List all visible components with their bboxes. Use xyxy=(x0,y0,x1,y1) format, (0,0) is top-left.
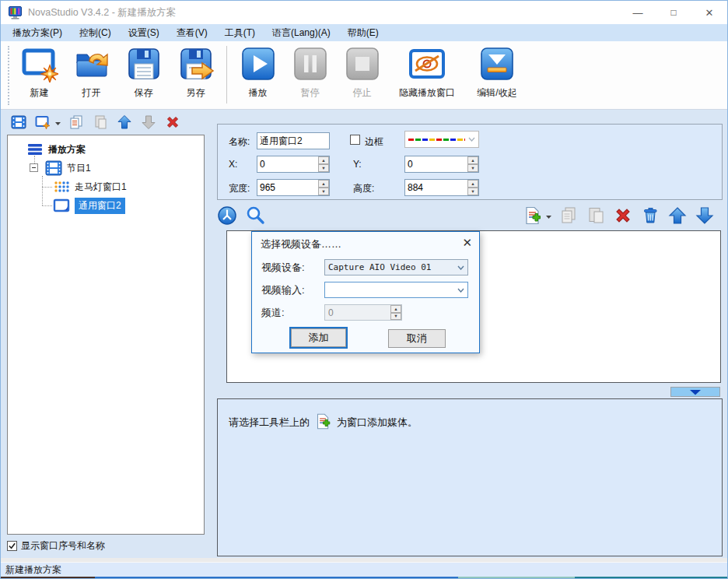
collapse-arrow-icon xyxy=(689,389,702,395)
program-film-icon xyxy=(45,160,62,176)
play-icon xyxy=(240,45,277,85)
y-spinfield: ▲▼ xyxy=(404,156,479,173)
move-up-icon[interactable] xyxy=(116,114,133,131)
new-button[interactable]: 新建 xyxy=(13,44,65,106)
save-button[interactable]: 保存 xyxy=(117,44,170,106)
new-window-icon[interactable] xyxy=(34,114,51,131)
video-device-value: Capture AIO Video 01 xyxy=(328,262,457,272)
add-media-dropdown-icon[interactable] xyxy=(546,210,551,221)
pause-button-label: 暂停 xyxy=(301,86,320,100)
delete-icon[interactable] xyxy=(164,114,181,131)
video-input-select[interactable] xyxy=(324,282,468,298)
preview-magnifier-icon[interactable] xyxy=(244,205,265,226)
marquee-dots-icon xyxy=(53,179,70,195)
media-move-down-icon[interactable] xyxy=(694,205,715,226)
close-icon[interactable]: ✕ xyxy=(691,1,727,24)
play-button[interactable]: 播放 xyxy=(232,44,284,106)
menu-view[interactable]: 查看(V) xyxy=(168,25,216,41)
chevron-down-icon xyxy=(457,288,464,293)
y-label: Y: xyxy=(353,159,362,170)
height-label: 高度: xyxy=(353,182,374,195)
new-program-icon[interactable] xyxy=(10,114,27,131)
x-label: X: xyxy=(229,159,237,170)
save-as-button[interactable]: 另存 xyxy=(170,44,222,106)
menu-help[interactable]: 帮助(E) xyxy=(339,25,387,41)
new-button-label: 新建 xyxy=(30,86,49,100)
y-spinner[interactable]: ▲▼ xyxy=(467,156,478,172)
tree-marquee-label: 走马灯窗口1 xyxy=(75,181,127,194)
pause-icon xyxy=(292,45,329,85)
toolbar-gripper xyxy=(8,46,9,105)
open-folder-icon xyxy=(73,45,110,85)
media-move-up-icon[interactable] xyxy=(667,205,688,226)
menu-language[interactable]: 语言(Lang)(A) xyxy=(264,25,339,41)
menu-bar: 播放方案(P) 控制(C) 设置(S) 查看(V) 工具(T) 语言(Lang)… xyxy=(1,24,727,41)
status-text: 新建播放方案 xyxy=(5,563,61,577)
menu-playback-scheme[interactable]: 播放方案(P) xyxy=(4,25,71,41)
height-spinner[interactable]: ▲▼ xyxy=(467,180,478,195)
scheme-tree: 播放方案 节目1 走马灯窗口1 xyxy=(7,135,205,535)
generic-window-icon xyxy=(53,198,70,213)
tree-connector xyxy=(42,187,52,188)
chevron-down-icon xyxy=(468,137,475,142)
cancel-button[interactable]: 取消 xyxy=(388,329,446,348)
collapse-expander-icon[interactable] xyxy=(30,163,38,172)
media-toolbar-right xyxy=(522,205,715,226)
hidden-eye-icon xyxy=(408,45,446,85)
timing-clock-icon[interactable] xyxy=(216,205,237,226)
splitter-collapse-handle[interactable] xyxy=(670,387,720,397)
tree-program-label: 节目1 xyxy=(67,162,91,175)
border-label: 边框 xyxy=(365,135,383,149)
tree-item-scheme-root[interactable]: 播放方案 xyxy=(26,140,86,159)
show-window-numbers-checkbox[interactable] xyxy=(7,541,17,551)
hint-text-before: 请选择工具栏上的 xyxy=(229,416,310,430)
channel-spinner[interactable]: ▲▼ xyxy=(390,305,401,320)
border-checkbox[interactable] xyxy=(350,135,360,145)
copy-media-icon-disabled[interactable] xyxy=(558,205,579,226)
new-window-dropdown-icon[interactable] xyxy=(55,117,61,128)
add-button[interactable]: 添加 xyxy=(291,328,346,347)
window-properties-panel: 名称: 边框 X: ▲▼ Y: ▲▼ 宽度: ▲▼ 高度: ▲▼ xyxy=(217,124,723,200)
minimize-icon[interactable]: — xyxy=(620,1,656,24)
save-floppy-icon xyxy=(125,45,163,85)
copy-icon[interactable] xyxy=(68,114,85,131)
clear-trash-icon[interactable] xyxy=(639,205,660,226)
tree-item-program1[interactable]: 节目1 xyxy=(45,159,91,177)
move-down-icon-disabled[interactable] xyxy=(140,114,157,131)
tree-item-marquee-window[interactable]: 走马灯窗口1 xyxy=(53,177,127,196)
paste-icon-disabled[interactable] xyxy=(92,114,109,131)
pause-button[interactable]: 暂停 xyxy=(284,44,336,106)
open-button[interactable]: 打开 xyxy=(65,44,117,106)
menu-control[interactable]: 控制(C) xyxy=(71,25,120,41)
add-media-icon[interactable] xyxy=(522,205,543,226)
border-color-dropdown[interactable] xyxy=(404,131,479,148)
scheme-toolbar xyxy=(4,111,205,133)
tree-connector xyxy=(42,176,43,205)
show-window-numbers-row: 显示窗口序号和名称 xyxy=(7,539,105,553)
window-title: NovaStudio V3.4.2 - 新建播放方案 xyxy=(28,6,176,19)
tree-item-generic-window[interactable]: 通用窗口2 xyxy=(53,196,125,215)
delete-media-icon[interactable] xyxy=(612,205,633,226)
stop-icon xyxy=(344,45,381,85)
hint-text-after: 为窗口添加媒体。 xyxy=(337,416,418,430)
stop-button[interactable]: 停止 xyxy=(336,44,388,106)
collapse-triangle-icon xyxy=(478,45,516,85)
video-device-label: 视频设备: xyxy=(261,261,305,275)
maximize-icon[interactable]: □ xyxy=(656,1,691,24)
hide-playback-window-button[interactable]: 隐藏播放窗口 xyxy=(388,44,466,106)
hide-playback-window-label: 隐藏播放窗口 xyxy=(399,86,455,100)
select-video-device-dialog: 选择视频设备…… ✕ 视频设备: Capture AIO Video 01 视频… xyxy=(251,231,480,353)
video-device-select[interactable]: Capture AIO Video 01 xyxy=(324,259,468,275)
status-bar: 新建播放方案 xyxy=(1,562,727,577)
edit-collapse-button[interactable]: 编辑/收起 xyxy=(466,44,528,106)
dialog-close-icon[interactable]: ✕ xyxy=(462,236,472,250)
paste-media-icon-disabled[interactable] xyxy=(585,205,606,226)
menu-tools[interactable]: 工具(T) xyxy=(216,25,264,41)
width-spinner[interactable]: ▲▼ xyxy=(318,180,329,195)
border-color-preview xyxy=(408,139,465,141)
name-label: 名称: xyxy=(229,135,250,149)
add-media-hint-icon xyxy=(315,413,331,432)
x-spinner[interactable]: ▲▼ xyxy=(318,156,329,172)
menu-settings[interactable]: 设置(S) xyxy=(120,25,168,41)
name-input[interactable] xyxy=(257,132,330,149)
